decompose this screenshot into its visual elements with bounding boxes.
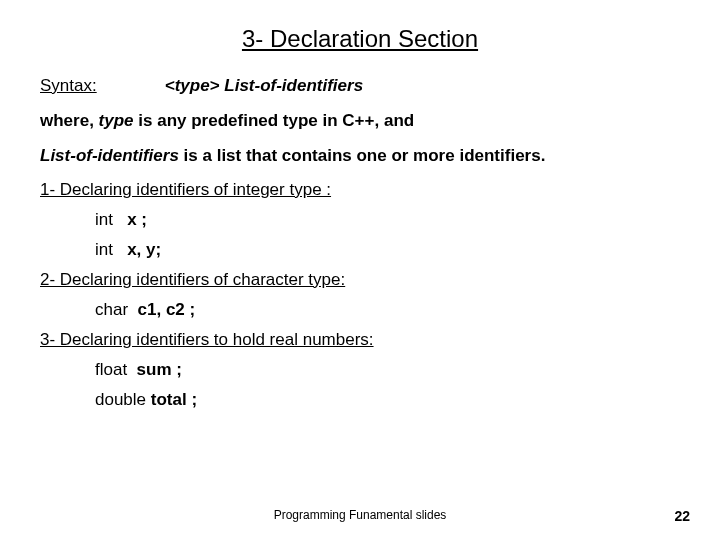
where-type: type <box>99 111 134 130</box>
footer-text: Programming Funamental slides <box>0 508 720 522</box>
code-1a: int x ; <box>95 210 680 230</box>
code-kw: int <box>95 240 113 259</box>
syntax-line: Syntax: <type> List-of-identifiers <box>40 75 680 98</box>
explain-list: List-of-identifiers is a list that conta… <box>40 145 680 168</box>
code-rest: sum ; <box>137 360 182 379</box>
code-1b: int x, y; <box>95 240 680 260</box>
code-rest: c1, c2 ; <box>138 300 196 319</box>
list-rest: is a list that contains one or more iden… <box>184 146 546 165</box>
syntax-value: <type> List-of-identifiers <box>165 76 363 95</box>
code-kw: double <box>95 390 151 409</box>
slide: 3- Declaration Section Syntax: <type> Li… <box>0 0 720 540</box>
code-rest: x ; <box>127 210 147 229</box>
subheading-1: 1- Declaring identifiers of integer type… <box>40 180 680 200</box>
list-term: List-of-identifiers <box>40 146 179 165</box>
where-rest: is any predefined type in C++, and <box>138 111 414 130</box>
code-rest: x, y; <box>127 240 161 259</box>
subheading-3: 3- Declaring identifiers to hold real nu… <box>40 330 680 350</box>
code-2a: char c1, c2 ; <box>95 300 680 320</box>
code-3b: double total ; <box>95 390 680 410</box>
explain-where: where, type is any predefined type in C+… <box>40 110 680 133</box>
code-kw: float <box>95 360 127 379</box>
code-3a: float sum ; <box>95 360 680 380</box>
code-kw: char <box>95 300 128 319</box>
code-kw: int <box>95 210 113 229</box>
syntax-label: Syntax: <box>40 75 160 98</box>
page-number: 22 <box>674 508 690 524</box>
slide-title: 3- Declaration Section <box>40 25 680 53</box>
subheading-2: 2- Declaring identifiers of character ty… <box>40 270 680 290</box>
code-rest: total ; <box>151 390 197 409</box>
where-prefix: where, <box>40 111 99 130</box>
